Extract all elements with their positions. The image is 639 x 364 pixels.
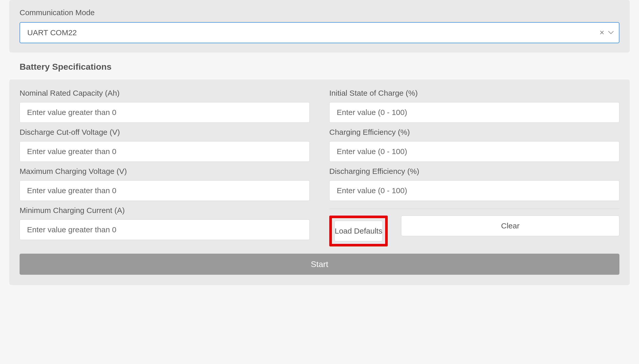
clear-selection-icon[interactable]: ✕ <box>599 29 605 36</box>
load-defaults-button[interactable]: Load Defaults <box>334 221 383 241</box>
discharge-cutoff-label: Discharge Cut-off Voltage (V) <box>20 128 310 137</box>
min-charge-current-input[interactable] <box>20 219 310 240</box>
nominal-capacity-input[interactable] <box>20 102 310 123</box>
max-charge-voltage-input[interactable] <box>20 180 310 201</box>
battery-specifications-title: Battery Specifications <box>20 62 630 72</box>
max-charge-voltage-label: Maximum Charging Voltage (V) <box>20 167 310 176</box>
chevron-down-icon[interactable] <box>608 31 614 34</box>
divider <box>329 209 619 209</box>
initial-soc-input[interactable] <box>329 102 619 123</box>
communication-mode-select[interactable]: UART COM22 <box>20 22 619 43</box>
charging-eff-input[interactable] <box>329 141 619 162</box>
clear-button[interactable]: Clear <box>401 216 619 236</box>
discharging-eff-label: Discharging Efficiency (%) <box>329 167 619 176</box>
discharge-cutoff-input[interactable] <box>20 141 310 162</box>
initial-soc-label: Initial State of Charge (%) <box>329 89 619 97</box>
load-defaults-highlight: Load Defaults <box>329 216 388 246</box>
min-charge-current-label: Minimum Charging Current (A) <box>20 206 310 215</box>
communication-mode-value: UART COM22 <box>27 28 77 37</box>
communication-mode-label: Communication Mode <box>20 8 619 17</box>
communication-panel: Communication Mode UART COM22 ✕ <box>9 0 630 52</box>
start-button[interactable]: Start <box>20 254 619 275</box>
charging-eff-label: Charging Efficiency (%) <box>329 128 619 137</box>
discharging-eff-input[interactable] <box>329 180 619 201</box>
nominal-capacity-label: Nominal Rated Capacity (Ah) <box>20 89 310 97</box>
battery-specifications-panel: Nominal Rated Capacity (Ah) Discharge Cu… <box>9 79 630 285</box>
